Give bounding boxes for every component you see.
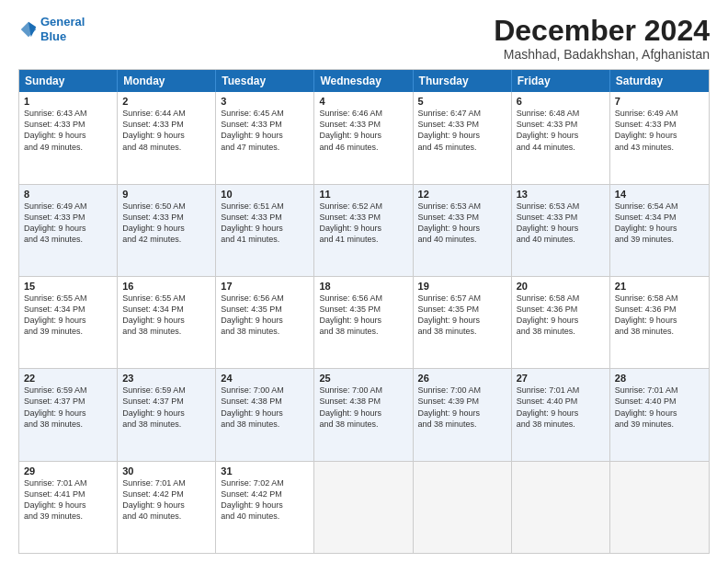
calendar-row: 8Sunrise: 6:49 AMSunset: 4:33 PMDaylight… — [19, 184, 709, 276]
cell-text: Sunrise: 6:46 AMSunset: 4:33 PMDaylight:… — [319, 108, 407, 153]
day-number: 18 — [319, 281, 407, 292]
day-number: 8 — [24, 189, 112, 200]
day-number: 24 — [221, 373, 309, 384]
cell-text: Sunrise: 6:55 AMSunset: 4:34 PMDaylight:… — [122, 293, 210, 338]
calendar-cell — [610, 462, 709, 553]
cell-text: Sunrise: 6:53 AMSunset: 4:33 PMDaylight:… — [517, 201, 605, 246]
calendar-cell: 3Sunrise: 6:45 AMSunset: 4:33 PMDaylight… — [216, 92, 314, 183]
calendar-cell: 8Sunrise: 6:49 AMSunset: 4:33 PMDaylight… — [19, 185, 118, 276]
header-day: Saturday — [610, 70, 709, 92]
calendar-row: 1Sunrise: 6:43 AMSunset: 4:33 PMDaylight… — [19, 92, 709, 183]
calendar-cell: 12Sunrise: 6:53 AMSunset: 4:33 PMDayligh… — [414, 185, 512, 276]
cell-text: Sunrise: 6:51 AMSunset: 4:33 PMDaylight:… — [221, 201, 309, 246]
day-number: 26 — [418, 373, 506, 384]
calendar-cell: 19Sunrise: 6:57 AMSunset: 4:35 PMDayligh… — [414, 277, 512, 368]
day-number: 16 — [122, 281, 210, 292]
calendar-cell: 7Sunrise: 6:49 AMSunset: 4:33 PMDaylight… — [610, 92, 709, 183]
calendar-cell: 20Sunrise: 6:58 AMSunset: 4:36 PMDayligh… — [512, 277, 610, 368]
day-number: 13 — [517, 189, 605, 200]
day-number: 21 — [615, 281, 704, 292]
cell-text: Sunrise: 6:59 AMSunset: 4:37 PMDaylight:… — [122, 385, 210, 430]
page: General Blue December 2024 Mashhad, Bada… — [0, 0, 728, 563]
calendar-cell: 29Sunrise: 7:01 AMSunset: 4:41 PMDayligh… — [19, 462, 118, 553]
day-number: 12 — [418, 189, 506, 200]
header-day: Sunday — [19, 70, 118, 92]
day-number: 28 — [615, 373, 704, 384]
calendar-cell: 16Sunrise: 6:55 AMSunset: 4:34 PMDayligh… — [118, 277, 216, 368]
cell-text: Sunrise: 6:53 AMSunset: 4:33 PMDaylight:… — [418, 201, 506, 246]
day-number: 7 — [615, 96, 704, 107]
day-number: 6 — [517, 96, 605, 107]
header-day: Thursday — [414, 70, 512, 92]
calendar-cell: 21Sunrise: 6:58 AMSunset: 4:36 PMDayligh… — [610, 277, 709, 368]
cell-text: Sunrise: 6:44 AMSunset: 4:33 PMDaylight:… — [122, 108, 210, 153]
calendar-cell: 18Sunrise: 6:56 AMSunset: 4:35 PMDayligh… — [314, 277, 413, 368]
cell-text: Sunrise: 6:56 AMSunset: 4:35 PMDaylight:… — [319, 293, 407, 338]
cell-text: Sunrise: 6:56 AMSunset: 4:35 PMDaylight:… — [221, 293, 309, 338]
header-day: Monday — [118, 70, 216, 92]
calendar-cell: 23Sunrise: 6:59 AMSunset: 4:37 PMDayligh… — [118, 369, 216, 460]
day-number: 31 — [221, 465, 309, 477]
cell-text: Sunrise: 6:54 AMSunset: 4:34 PMDaylight:… — [615, 201, 704, 246]
day-number: 10 — [221, 189, 309, 200]
cell-text: Sunrise: 7:01 AMSunset: 4:42 PMDaylight:… — [122, 477, 210, 523]
calendar-cell: 11Sunrise: 6:52 AMSunset: 4:33 PMDayligh… — [314, 185, 413, 276]
calendar-cell: 1Sunrise: 6:43 AMSunset: 4:33 PMDaylight… — [19, 92, 118, 183]
calendar-cell: 30Sunrise: 7:01 AMSunset: 4:42 PMDayligh… — [118, 462, 216, 553]
day-number: 3 — [221, 96, 309, 107]
calendar-row: 15Sunrise: 6:55 AMSunset: 4:34 PMDayligh… — [19, 276, 709, 368]
calendar-cell: 25Sunrise: 7:00 AMSunset: 4:38 PMDayligh… — [314, 369, 413, 460]
calendar-cell: 17Sunrise: 6:56 AMSunset: 4:35 PMDayligh… — [216, 277, 314, 368]
subtitle: Mashhad, Badakhshan, Afghanistan — [494, 47, 710, 62]
calendar-cell: 13Sunrise: 6:53 AMSunset: 4:33 PMDayligh… — [512, 185, 610, 276]
logo-line1: General — [40, 15, 85, 29]
header-day: Tuesday — [216, 70, 314, 92]
calendar-cell: 14Sunrise: 6:54 AMSunset: 4:34 PMDayligh… — [610, 185, 709, 276]
calendar-cell: 5Sunrise: 6:47 AMSunset: 4:33 PMDaylight… — [414, 92, 512, 183]
logo-line2: Blue — [40, 29, 66, 43]
cell-text: Sunrise: 6:58 AMSunset: 4:36 PMDaylight:… — [517, 293, 605, 338]
day-number: 4 — [319, 96, 407, 107]
calendar-cell: 4Sunrise: 6:46 AMSunset: 4:33 PMDaylight… — [314, 92, 413, 183]
day-number: 20 — [517, 281, 605, 292]
cell-text: Sunrise: 6:52 AMSunset: 4:33 PMDaylight:… — [319, 201, 407, 246]
day-number: 14 — [615, 189, 704, 200]
header: General Blue December 2024 Mashhad, Bada… — [18, 15, 710, 62]
day-number: 19 — [418, 281, 506, 292]
cell-text: Sunrise: 6:58 AMSunset: 4:36 PMDaylight:… — [615, 293, 704, 338]
header-day: Wednesday — [314, 70, 413, 92]
calendar-body: 1Sunrise: 6:43 AMSunset: 4:33 PMDaylight… — [19, 92, 709, 553]
cell-text: Sunrise: 6:48 AMSunset: 4:33 PMDaylight:… — [517, 108, 605, 153]
day-number: 29 — [24, 465, 112, 477]
day-number: 27 — [517, 373, 605, 384]
cell-text: Sunrise: 6:45 AMSunset: 4:33 PMDaylight:… — [221, 108, 309, 153]
calendar-cell: 9Sunrise: 6:50 AMSunset: 4:33 PMDaylight… — [118, 185, 216, 276]
calendar-row: 29Sunrise: 7:01 AMSunset: 4:41 PMDayligh… — [19, 461, 709, 553]
calendar-cell: 27Sunrise: 7:01 AMSunset: 4:40 PMDayligh… — [512, 369, 610, 460]
cell-text: Sunrise: 6:59 AMSunset: 4:37 PMDaylight:… — [24, 385, 112, 430]
cell-text: Sunrise: 6:55 AMSunset: 4:34 PMDaylight:… — [24, 293, 112, 338]
main-title: December 2024 — [494, 15, 710, 47]
cell-text: Sunrise: 7:01 AMSunset: 4:40 PMDaylight:… — [615, 385, 704, 430]
calendar-cell: 31Sunrise: 7:02 AMSunset: 4:42 PMDayligh… — [216, 462, 314, 553]
calendar-cell: 26Sunrise: 7:00 AMSunset: 4:39 PMDayligh… — [414, 369, 512, 460]
day-number: 9 — [122, 189, 210, 200]
logo: General Blue — [18, 15, 85, 43]
day-number: 1 — [24, 96, 112, 107]
day-number: 30 — [122, 465, 210, 477]
calendar-row: 22Sunrise: 6:59 AMSunset: 4:37 PMDayligh… — [19, 368, 709, 460]
cell-text: Sunrise: 7:01 AMSunset: 4:40 PMDaylight:… — [517, 385, 605, 430]
calendar-cell: 2Sunrise: 6:44 AMSunset: 4:33 PMDaylight… — [118, 92, 216, 183]
calendar: SundayMondayTuesdayWednesdayThursdayFrid… — [18, 69, 710, 554]
day-number: 5 — [418, 96, 506, 107]
cell-text: Sunrise: 7:00 AMSunset: 4:38 PMDaylight:… — [319, 385, 407, 430]
cell-text: Sunrise: 7:02 AMSunset: 4:42 PMDaylight:… — [221, 477, 309, 523]
cell-text: Sunrise: 7:00 AMSunset: 4:38 PMDaylight:… — [221, 385, 309, 430]
day-number: 17 — [221, 281, 309, 292]
logo-text: General Blue — [40, 15, 85, 43]
calendar-cell: 24Sunrise: 7:00 AMSunset: 4:38 PMDayligh… — [216, 369, 314, 460]
calendar-cell — [414, 462, 512, 553]
cell-text: Sunrise: 7:00 AMSunset: 4:39 PMDaylight:… — [418, 385, 506, 430]
calendar-cell: 6Sunrise: 6:48 AMSunset: 4:33 PMDaylight… — [512, 92, 610, 183]
calendar-cell: 28Sunrise: 7:01 AMSunset: 4:40 PMDayligh… — [610, 369, 709, 460]
